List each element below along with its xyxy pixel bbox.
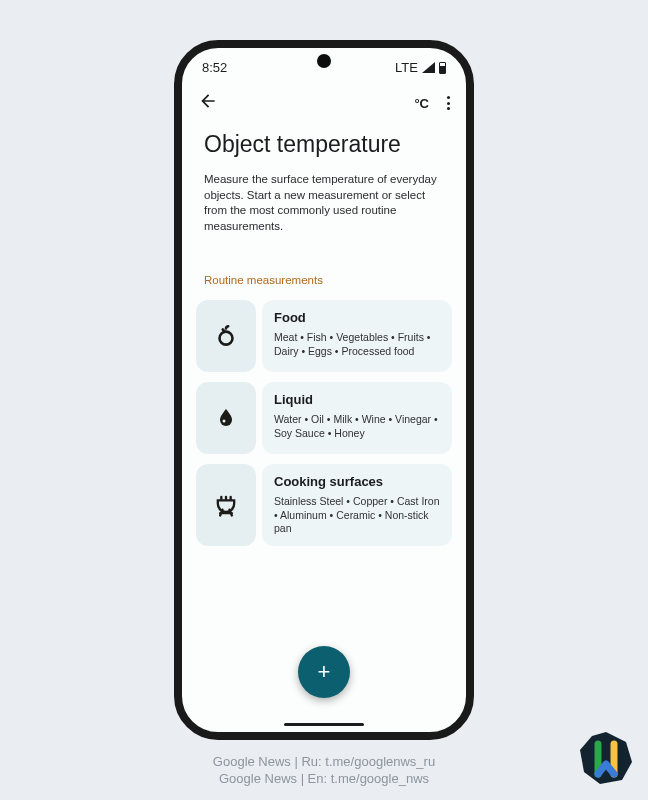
- svg-point-1: [223, 420, 226, 423]
- card-food[interactable]: Food Meat • Fish • Vegetables • Fruits •…: [196, 300, 452, 372]
- card-liquid[interactable]: Liquid Water • Oil • Milk • Wine • Vineg…: [196, 382, 452, 454]
- card-title: Cooking surfaces: [274, 474, 440, 489]
- caption-line-1: Google News | Ru: t.me/googlenws_ru: [213, 754, 435, 771]
- phone-frame: 8:52 LTE °C Object temperature Measure t…: [174, 40, 474, 740]
- card-text: Water • Oil • Milk • Wine • Vinegar • So…: [274, 413, 440, 440]
- add-button[interactable]: +: [298, 646, 350, 698]
- app-bar: °C: [182, 79, 466, 123]
- routine-cards: Food Meat • Fish • Vegetables • Fruits •…: [182, 296, 466, 550]
- temperature-unit-toggle[interactable]: °C: [414, 96, 429, 111]
- gesture-nav-handle[interactable]: [284, 723, 364, 726]
- food-icon: [196, 300, 256, 372]
- page-title: Object temperature: [182, 123, 466, 168]
- card-cooking-surfaces[interactable]: Cooking surfaces Stainless Steel • Coppe…: [196, 464, 452, 546]
- battery-icon: [439, 62, 446, 74]
- status-network: LTE: [395, 60, 418, 75]
- svg-point-0: [220, 332, 233, 345]
- card-title: Food: [274, 310, 440, 325]
- liquid-icon: [196, 382, 256, 454]
- signal-icon: [422, 62, 435, 73]
- card-title: Liquid: [274, 392, 440, 407]
- grill-icon: [196, 464, 256, 546]
- svg-marker-2: [580, 732, 632, 784]
- page-description: Measure the surface temperature of every…: [182, 168, 466, 244]
- status-time: 8:52: [202, 60, 227, 75]
- image-caption: Google News | Ru: t.me/googlenws_ru Goog…: [213, 754, 435, 788]
- plus-icon: +: [318, 661, 331, 683]
- overflow-menu-icon[interactable]: [447, 96, 450, 110]
- source-badge: [578, 730, 634, 786]
- back-icon[interactable]: [198, 91, 218, 115]
- caption-line-2: Google News | En: t.me/google_nws: [213, 771, 435, 788]
- card-text: Meat • Fish • Vegetables • Fruits • Dair…: [274, 331, 440, 358]
- camera-punch-hole: [317, 54, 331, 68]
- card-text: Stainless Steel • Copper • Cast Iron • A…: [274, 495, 440, 536]
- section-label: Routine measurements: [182, 244, 466, 296]
